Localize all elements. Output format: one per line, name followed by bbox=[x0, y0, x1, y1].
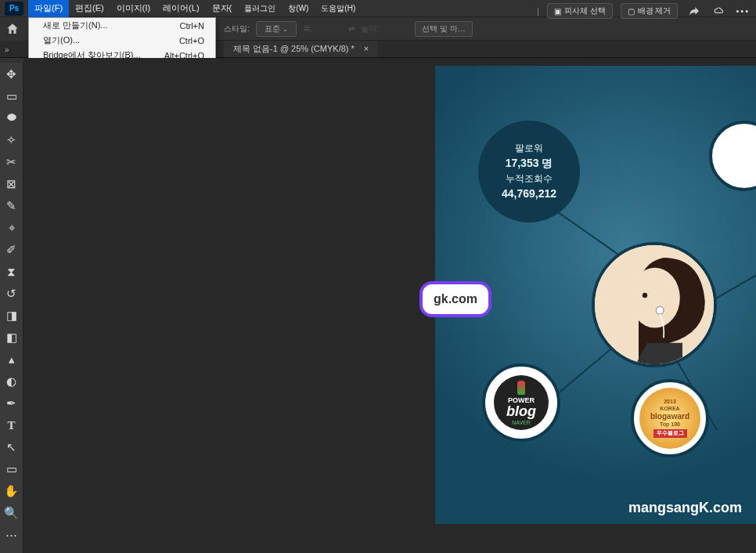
small-circle-1 bbox=[709, 121, 756, 191]
more-icon[interactable]: ••• bbox=[736, 6, 750, 16]
path-tool-icon[interactable]: ↖ bbox=[2, 439, 21, 456]
home-icon[interactable] bbox=[5, 22, 20, 36]
person-icon: ▣ bbox=[554, 7, 561, 16]
url-box: gk.com bbox=[419, 281, 491, 317]
frame-tool-icon[interactable]: ⊠ bbox=[2, 175, 21, 193]
avatar-circle bbox=[592, 242, 717, 367]
url-text: gk.com bbox=[434, 292, 477, 305]
award-year: 2013 bbox=[664, 399, 676, 405]
menu-edit[interactable]: 편집(E) bbox=[69, 0, 110, 17]
app-logo-text: Ps bbox=[9, 4, 19, 13]
artboard[interactable]: 팔로워 17,353 명 누적조회수 44,769,212 gk.com POW… bbox=[435, 66, 756, 524]
brush-tool-icon[interactable]: ✐ bbox=[2, 241, 21, 258]
eyedropper-tool-icon[interactable]: ✎ bbox=[2, 197, 21, 215]
powerblog-badge: POWER blog NAVER bbox=[482, 363, 560, 442]
award-line1: KOREA bbox=[660, 406, 679, 412]
style-label: 스타일: bbox=[224, 23, 250, 34]
wand-tool-icon[interactable]: ✧ bbox=[2, 132, 21, 149]
menu-layer[interactable]: 레이어(L) bbox=[157, 0, 205, 17]
powerblog-inner: POWER blog NAVER bbox=[494, 375, 549, 430]
svg-point-2 bbox=[630, 268, 680, 328]
pen-tool-icon[interactable]: ✒ bbox=[2, 395, 21, 412]
move-tool-icon[interactable]: ✥ bbox=[2, 66, 21, 83]
remove-bg-button[interactable]: ▢배경 제거 bbox=[621, 3, 679, 19]
bg-icon: ▢ bbox=[628, 7, 635, 16]
menu-image[interactable]: 이미지(I) bbox=[110, 0, 157, 17]
type-tool-icon[interactable]: T bbox=[2, 417, 21, 434]
share-icon[interactable] bbox=[686, 4, 703, 18]
menu-type[interactable]: 문자( bbox=[206, 0, 239, 17]
stamp-tool-icon[interactable]: ⧗ bbox=[2, 263, 21, 280]
marquee-tool-icon[interactable]: ▭ bbox=[2, 88, 21, 105]
award-line2: blogaward bbox=[650, 412, 689, 421]
menubar: Ps 파일(F) 편집(E) 이미지(I) 레이어(L) 문자( 플러그인 창(… bbox=[0, 0, 756, 17]
dodge-tool-icon[interactable]: ◐ bbox=[2, 373, 21, 390]
menu-file[interactable]: 파일(F) bbox=[28, 0, 69, 17]
menu-window[interactable]: 창(W) bbox=[282, 0, 315, 17]
menu-plugin[interactable]: 플러그인 bbox=[238, 0, 282, 17]
gradient-tool-icon[interactable]: ◧ bbox=[2, 329, 21, 346]
views-label: 누적조회수 bbox=[506, 172, 553, 186]
shape-tool-icon[interactable]: ▭ bbox=[2, 461, 21, 478]
file-new[interactable]: 새로 만들기(N)...Ctrl+N bbox=[29, 18, 215, 33]
award-badge: 2013 KOREA blogaward Top 100 우수블로그 bbox=[631, 379, 709, 457]
award-line3: Top 100 bbox=[660, 421, 680, 428]
close-tab-icon[interactable]: × bbox=[364, 44, 369, 53]
document-tab-title: 제목 없음-1 @ 25% (CMYK/8) * bbox=[233, 44, 355, 53]
eraser-tool-icon[interactable]: ◨ bbox=[2, 307, 21, 324]
home-strip bbox=[0, 17, 25, 41]
panel-collapse-icon[interactable]: » bbox=[5, 45, 9, 54]
select-subject-label: 피사체 선택 bbox=[564, 5, 606, 16]
document-tab[interactable]: 제목 없음-1 @ 25% (CMYK/8) *× bbox=[224, 41, 378, 57]
award-ribbon: 우수블로그 bbox=[653, 429, 687, 437]
crop-tool-icon[interactable]: ✂ bbox=[2, 154, 21, 171]
select-and-mask-button[interactable]: 선택 및 마… bbox=[415, 21, 473, 37]
watermark: mangsangK.com bbox=[628, 500, 742, 516]
select-subject-button[interactable]: ▣피사체 선택 bbox=[547, 3, 613, 19]
svg-point-4 bbox=[656, 306, 664, 314]
powerblog-line1: POWER bbox=[508, 396, 535, 404]
hand-tool-icon[interactable]: ✋ bbox=[2, 483, 21, 500]
history-brush-tool-icon[interactable]: ↺ bbox=[2, 285, 21, 302]
canvas-area: 팔로워 17,353 명 누적조회수 44,769,212 gk.com POW… bbox=[23, 58, 756, 553]
zoom-tool-icon[interactable]: 🔍 bbox=[2, 504, 21, 522]
followers-value: 17,353 명 bbox=[506, 157, 553, 171]
remove-bg-label: 배경 제거 bbox=[638, 5, 671, 16]
heal-tool-icon[interactable]: ⌖ bbox=[2, 219, 21, 237]
style-select[interactable]: 표준 ⌄ bbox=[256, 21, 297, 37]
edit-toolbar-icon[interactable]: ⋯ bbox=[2, 526, 21, 544]
award-inner: 2013 KOREA blogaward Top 100 우수블로그 bbox=[639, 388, 700, 449]
topright-cluster: | ▣피사체 선택 ▢배경 제거 ••• bbox=[537, 3, 750, 19]
stats-circle: 팔로워 17,353 명 누적조회수 44,769,212 bbox=[478, 121, 580, 222]
svg-point-3 bbox=[643, 293, 647, 298]
chevron-down-icon: ⌄ bbox=[283, 26, 288, 33]
views-value: 44,769,212 bbox=[502, 187, 556, 200]
file-open[interactable]: 열기(O)...Ctrl+O bbox=[29, 33, 215, 48]
menu-help[interactable]: 도움말(H) bbox=[315, 0, 362, 17]
lasso-tool-icon[interactable] bbox=[2, 110, 21, 127]
cloud-status-icon[interactable] bbox=[711, 4, 728, 18]
svg-point-0 bbox=[7, 114, 16, 121]
app-logo[interactable]: Ps bbox=[5, 2, 23, 16]
toolbox: ✥ ▭ ✧ ✂ ⊠ ✎ ⌖ ✐ ⧗ ↺ ◨ ◧ ▴ ◐ ✒ T ↖ ▭ ✋ 🔍 … bbox=[0, 63, 23, 553]
followers-label: 팔로워 bbox=[515, 142, 543, 155]
blur-tool-icon[interactable]: ▴ bbox=[2, 351, 21, 368]
powerblog-line3: NAVER bbox=[512, 420, 531, 425]
powerblog-line2: blog bbox=[506, 404, 536, 418]
